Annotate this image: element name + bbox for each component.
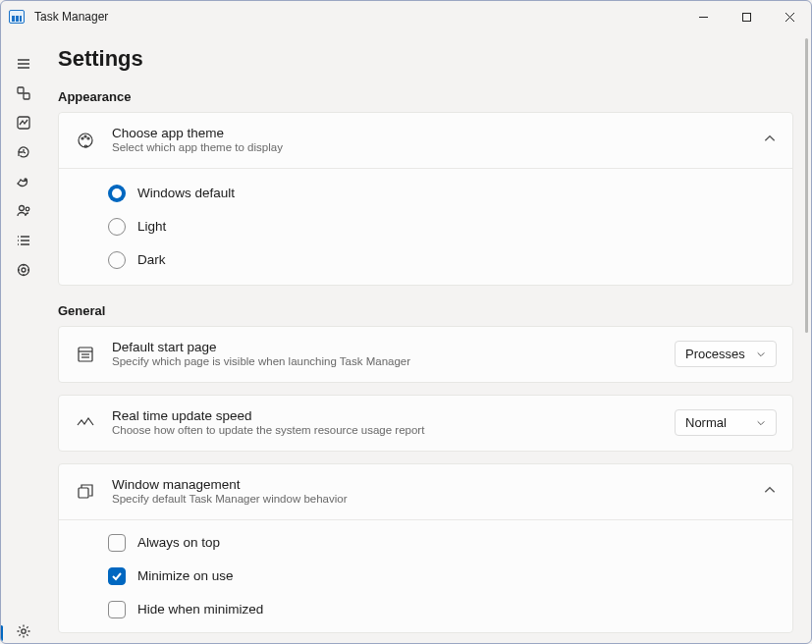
window-icon [75, 481, 96, 503]
general-label: General [58, 303, 793, 318]
appearance-label: Appearance [58, 89, 793, 104]
checkbox-icon [108, 601, 126, 618]
updatespeed-combo[interactable]: Normal [675, 409, 777, 436]
checkbox-icon [108, 567, 126, 585]
services-icon[interactable] [14, 260, 33, 280]
theme-option-default[interactable]: Windows default [59, 177, 792, 210]
performance-icon[interactable] [14, 113, 33, 133]
svg-rect-7 [18, 87, 24, 93]
processes-icon[interactable] [14, 83, 33, 103]
always-on-top-option[interactable]: Always on top [59, 526, 792, 560]
app-icon [9, 10, 25, 24]
theme-header[interactable]: Choose app theme Select which app theme … [59, 113, 792, 168]
minimize-button[interactable] [681, 1, 725, 32]
updatespeed-title: Real time update speed [112, 408, 659, 423]
chevron-down-icon [756, 418, 766, 428]
theme-option-light[interactable]: Light [59, 210, 792, 243]
titlebar: Task Manager [1, 1, 811, 32]
page-title: Settings [58, 46, 793, 72]
close-button[interactable] [768, 1, 811, 32]
speed-icon [75, 412, 96, 434]
window-title: Window management [112, 477, 747, 492]
radio-icon [108, 185, 126, 202]
app-title: Task Manager [34, 10, 108, 24]
radio-icon [108, 218, 126, 236]
svg-point-10 [25, 179, 27, 181]
chevron-down-icon [756, 349, 766, 359]
palette-icon [75, 130, 96, 151]
chevron-up-icon [763, 132, 777, 148]
window-header[interactable]: Window management Specify default Task M… [59, 464, 792, 519]
page-icon [75, 344, 96, 365]
maximize-button[interactable] [725, 1, 768, 32]
startpage-card: Default start page Specify which page is… [58, 326, 793, 383]
svg-point-20 [22, 268, 26, 272]
chevron-up-icon [763, 483, 777, 500]
updatespeed-desc: Choose how often to update the system re… [112, 423, 659, 438]
checkbox-icon [108, 534, 126, 552]
svg-point-28 [84, 135, 86, 137]
updatespeed-card: Real time update speed Choose how often … [58, 395, 793, 452]
history-icon[interactable] [14, 142, 33, 162]
svg-point-12 [26, 207, 29, 211]
theme-card: Choose app theme Select which app theme … [58, 112, 793, 286]
startup-icon[interactable] [14, 172, 33, 191]
window-desc: Specify default Task Manager window beha… [112, 492, 747, 507]
radio-icon [108, 251, 126, 269]
users-icon[interactable] [14, 201, 33, 221]
window-card: Window management Specify default Task M… [58, 463, 793, 633]
minimize-on-use-option[interactable]: Minimize on use [59, 560, 792, 593]
main-content: Settings Appearance Choose app theme Sel… [46, 32, 811, 643]
scrollbar[interactable] [805, 38, 808, 333]
startpage-desc: Specify which page is visible when launc… [112, 354, 659, 369]
svg-point-27 [81, 137, 83, 139]
svg-rect-8 [24, 93, 29, 99]
svg-rect-34 [79, 488, 88, 498]
svg-point-19 [19, 265, 29, 276]
startpage-combo[interactable]: Processes [675, 341, 777, 367]
startpage-title: Default start page [112, 340, 659, 354]
hide-when-minimized-option[interactable]: Hide when minimized [59, 593, 792, 626]
sidebar [1, 32, 46, 643]
theme-option-dark[interactable]: Dark [59, 243, 792, 277]
theme-desc: Select which app theme to display [112, 140, 747, 155]
theme-title: Choose app theme [112, 126, 747, 140]
hamburger-icon[interactable] [14, 54, 33, 74]
svg-point-11 [20, 206, 25, 211]
svg-point-25 [22, 629, 26, 633]
details-icon[interactable] [14, 231, 33, 250]
svg-rect-1 [742, 13, 750, 21]
settings-icon[interactable] [14, 623, 33, 643]
svg-point-29 [87, 137, 89, 139]
